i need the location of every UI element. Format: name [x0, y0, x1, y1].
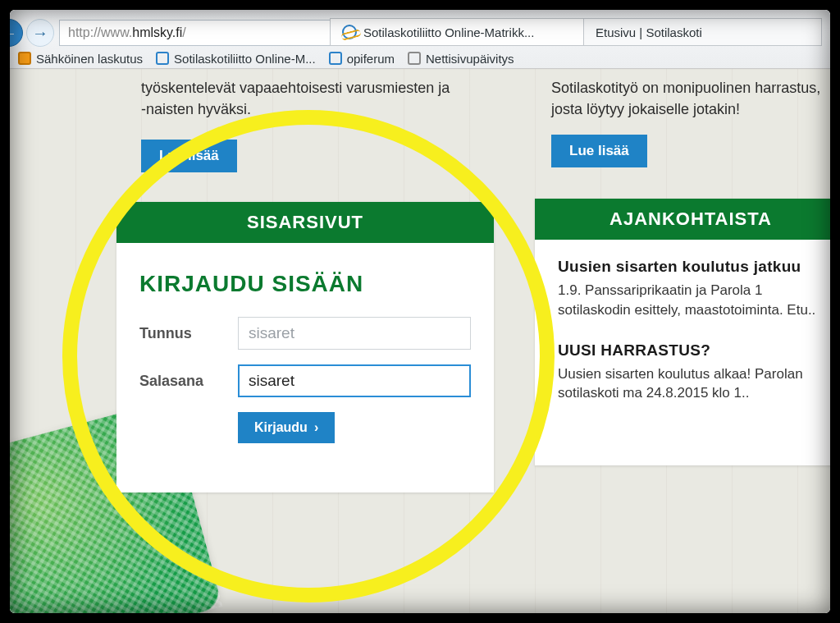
login-panel: SISARSIVUT KIRJAUDU SISÄÄN Tunnus Salasa… — [116, 202, 494, 492]
bookmark-label: Sähköinen laskutus — [36, 52, 143, 66]
login-submit-button[interactable]: Kirjaudu › — [238, 412, 335, 443]
bookmark-label: Sotilaskotiliitto Online-M... — [174, 52, 316, 66]
read-more-button-right[interactable]: Lue lisää — [551, 135, 647, 167]
tab-secondary[interactable]: Etusivu | Sotilaskoti — [584, 18, 822, 46]
bookmark-icon — [18, 52, 31, 65]
username-input[interactable] — [238, 317, 471, 350]
browser-chrome: ← → http://www.hmlsky.fi/ 🔍 ▾ Sotilaskot… — [10, 10, 830, 69]
bookmark-label: Nettisivupäivitys — [426, 52, 514, 66]
arrow-left-icon: ← — [10, 24, 17, 43]
arrow-right-icon: → — [32, 24, 48, 43]
nav-forward-button[interactable]: → — [26, 19, 54, 47]
bookmark-label: opiferum — [347, 52, 395, 66]
ie-icon — [342, 25, 357, 39]
news-panel-title: AJANKOHTAISTA — [535, 199, 830, 240]
tab-secondary-label: Etusivu | Sotilaskoti — [596, 25, 702, 39]
read-more-button-left[interactable]: Lue lisää — [141, 140, 237, 172]
chevron-right-icon: › — [314, 420, 318, 435]
bookmark-icon — [329, 52, 342, 65]
news-panel: AJANKOHTAISTA Uusien sisarten koulutus j… — [535, 199, 830, 465]
left-intro-text: työskentelevät vapaaehtoisesti varusmies… — [141, 80, 450, 117]
bookmark-icon — [408, 52, 421, 65]
bookmark-item[interactable]: Sähköinen laskutus — [18, 52, 143, 66]
page-content: työskentelevät vapaaehtoisesti varusmies… — [10, 69, 830, 613]
bookmark-item[interactable]: Nettisivupäivitys — [408, 52, 514, 66]
password-label: Salasana — [139, 373, 238, 390]
url-suffix: / — [182, 25, 185, 40]
nav-back-button[interactable]: ← — [10, 19, 23, 47]
login-form-title: KIRJAUDU SISÄÄN — [139, 271, 471, 297]
bookmark-icon — [156, 52, 169, 65]
tab-active-label: Sotilaskotiliitto Online-Matrikk... — [363, 25, 534, 39]
left-intro-block: työskentelevät vapaaehtoisesti varusmies… — [141, 77, 453, 172]
right-intro-block: Sotilaskotityö on monipuolinen harrastus… — [551, 77, 830, 167]
url-domain: hmlsky.fi — [132, 25, 182, 40]
tab-active[interactable]: Sotilaskotiliitto Online-Matrikk... — [330, 18, 584, 46]
login-submit-label: Kirjaudu — [254, 420, 308, 435]
bookmark-item[interactable]: Sotilaskotiliitto Online-M... — [156, 52, 316, 66]
news-item-body: Uusien sisarten koulutus alkaa! Parolan … — [558, 364, 830, 404]
news-item-title[interactable]: UUSI HARRASTUS? — [558, 341, 830, 360]
right-intro-text: Sotilaskotityö on monipuolinen harrastus… — [551, 80, 820, 117]
bookmarks-bar: Sähköinen laskutus Sotilaskotiliitto Onl… — [18, 48, 830, 69]
bookmark-item[interactable]: opiferum — [329, 52, 395, 66]
news-item-title[interactable]: Uusien sisarten koulutus jatkuu — [558, 258, 830, 276]
password-input[interactable] — [238, 364, 471, 397]
username-label: Tunnus — [139, 325, 238, 342]
news-item-body: 1.9. Panssariprikaatin ja Parola 1 sotil… — [558, 281, 830, 320]
url-prefix: http://www. — [68, 25, 132, 40]
login-panel-title: SISARSIVUT — [116, 202, 494, 243]
